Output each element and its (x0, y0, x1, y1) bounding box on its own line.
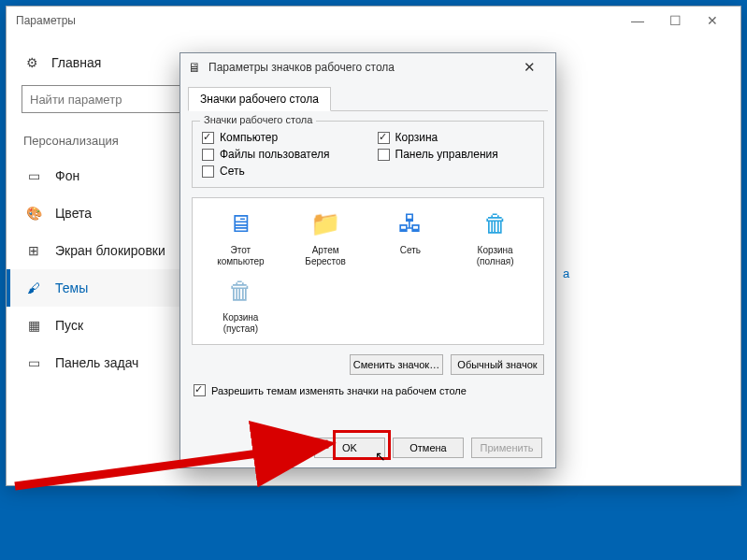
checkbox-icon (202, 165, 214, 178)
grid-icon: ▦ (25, 318, 42, 333)
network-icon: 🖧 (394, 208, 427, 241)
check-computer[interactable]: Компьютер (202, 131, 359, 144)
tab-strip: Значки рабочего стола (188, 87, 548, 111)
icon-label: Корзина (полная) (477, 245, 514, 267)
tab-body: Значки рабочего стола Компьютер Корзина … (180, 111, 555, 404)
default-icon-button[interactable]: Обычный значок (451, 354, 544, 375)
check-userfiles[interactable]: Файлы пользователя (202, 148, 359, 161)
checkbox-icon (202, 132, 214, 144)
check-label: Корзина (395, 131, 438, 144)
dialog-close-button[interactable]: ✕ (510, 59, 548, 76)
check-label: Компьютер (220, 131, 278, 144)
check-label: Файлы пользователя (220, 148, 329, 161)
nav-label: Экран блокировки (55, 243, 165, 258)
check-label: Панель управления (395, 148, 498, 161)
bin-empty-icon: 🗑 (223, 275, 257, 309)
cancel-button[interactable]: Отмена (393, 438, 464, 458)
checkbox-icon (202, 149, 214, 161)
nav-label: Темы (55, 280, 88, 295)
picture-icon: ▭ (25, 168, 42, 183)
checkbox-icon (378, 149, 390, 161)
settings-titlebar: Параметры — ☐ ✕ (7, 7, 740, 35)
check-network[interactable]: Сеть (202, 165, 359, 178)
ok-button[interactable]: OK (314, 438, 385, 458)
allow-themes-check[interactable]: Разрешить темам изменять значки на рабоч… (194, 384, 544, 396)
icon-recycle-full[interactable]: 🗑 Корзина (полная) (456, 208, 534, 267)
apply-button[interactable]: Применить (471, 438, 542, 458)
taskbar-icon: ▭ (25, 355, 42, 370)
gear-icon: ⚙ (23, 55, 40, 70)
maximize-button[interactable]: ☐ (656, 13, 694, 28)
dialog-titlebar: 🖥 Параметры значков рабочего стола ✕ (180, 53, 555, 81)
checkbox-icon (378, 132, 390, 144)
folder-icon: 📁 (309, 208, 342, 241)
lock-icon: ⊞ (25, 243, 42, 258)
group-title: Значки рабочего стола (200, 114, 316, 125)
checkbox-icon (194, 384, 206, 396)
check-control-panel[interactable]: Панель управления (378, 148, 535, 161)
minimize-button[interactable]: — (619, 13, 656, 28)
dialog-footer: OK Отмена Применить (314, 438, 542, 458)
icon-label: Сеть (400, 245, 421, 256)
icon-preview-grid: 🖥 Этот компьютер 📁 Артем Берестов 🖧 Сеть… (192, 197, 544, 345)
bin-full-icon: 🗑 (479, 208, 512, 241)
settings-title: Параметры (16, 14, 76, 27)
dialog-title: Параметры значков рабочего стола (208, 61, 395, 74)
desktop-icons-dialog: 🖥 Параметры значков рабочего стола ✕ Зна… (180, 52, 556, 468)
icon-label: Этот компьютер (217, 245, 264, 267)
nav-label: Цвета (55, 206, 92, 221)
nav-label: Панель задач (55, 355, 138, 370)
nav-label: Фон (55, 168, 79, 183)
brush-icon: 🖌 (25, 280, 42, 295)
allow-label: Разрешить темам изменять значки на рабоч… (211, 385, 467, 396)
checkbox-group: Значки рабочего стола Компьютер Корзина … (192, 121, 544, 188)
tab-desktop-icons[interactable]: Значки рабочего стола (188, 87, 331, 111)
check-label: Сеть (220, 165, 245, 178)
main-link-partial: а (563, 266, 569, 280)
change-icon-button[interactable]: Сменить значок… (350, 354, 443, 375)
display-icon: 🖥 (188, 60, 201, 75)
icon-network[interactable]: 🖧 Сеть (372, 208, 450, 267)
icon-button-row: Сменить значок… Обычный значок (192, 354, 544, 375)
palette-icon: 🎨 (25, 206, 42, 221)
icon-recycle-empty[interactable]: 🗑 Корзина (пустая) (202, 275, 280, 335)
home-label: Главная (51, 55, 101, 70)
computer-icon: 🖥 (223, 208, 257, 241)
nav-label: Пуск (55, 318, 83, 333)
check-recycle[interactable]: Корзина (378, 131, 535, 144)
icon-this-pc[interactable]: 🖥 Этот компьютер (202, 208, 280, 267)
icon-label: Корзина (пустая) (223, 312, 258, 335)
icon-label: Артем Берестов (305, 245, 346, 267)
close-button[interactable]: ✕ (694, 13, 731, 28)
icon-user-folder[interactable]: 📁 Артем Берестов (287, 208, 365, 267)
